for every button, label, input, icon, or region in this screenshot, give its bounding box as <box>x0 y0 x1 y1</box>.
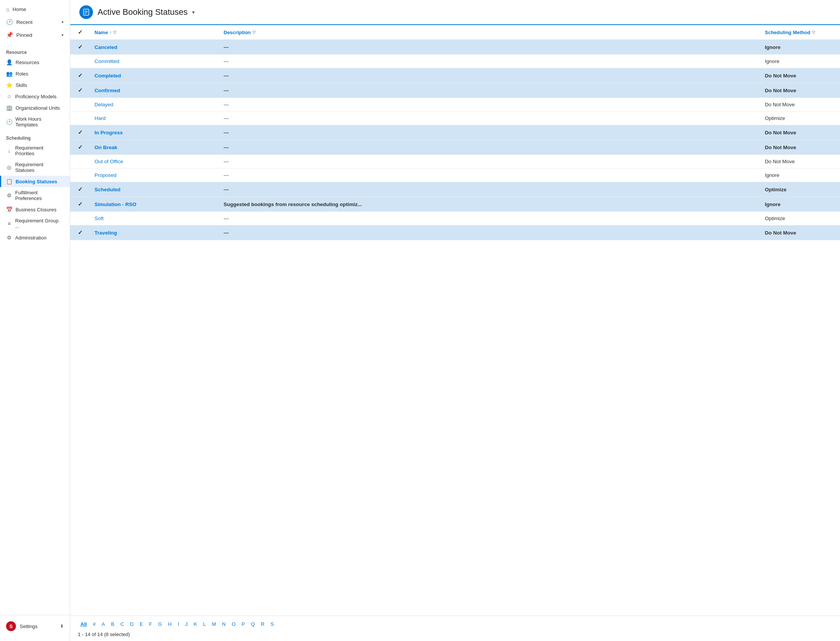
table-row[interactable]: ✓Canceled---Ignore <box>70 40 840 55</box>
alpha-item-h[interactable]: H <box>166 620 174 628</box>
row-check-cell[interactable]: ✓ <box>70 140 90 155</box>
settings-item[interactable]: S Settings ⬍ <box>0 618 70 634</box>
sidebar-item-requirement-group[interactable]: ≡ Requirement Group ... <box>0 215 70 232</box>
name-filter-icon[interactable]: ▽ <box>113 30 116 35</box>
table-row[interactable]: Proposed---Ignore <box>70 169 840 182</box>
row-name-cell[interactable]: On Break <box>90 140 219 155</box>
row-check-cell[interactable] <box>70 55 90 68</box>
row-name-link[interactable]: Out of Office <box>95 159 123 164</box>
alpha-item-p[interactable]: P <box>239 620 248 628</box>
row-name-cell[interactable]: Proposed <box>90 169 219 182</box>
alpha-item-b[interactable]: B <box>108 620 117 628</box>
alpha-item-k[interactable]: K <box>191 620 200 628</box>
alpha-item-d[interactable]: D <box>127 620 136 628</box>
table-row[interactable]: Hard---Optimize <box>70 111 840 125</box>
table-row[interactable]: ✓On Break---Do Not Move <box>70 140 840 155</box>
row-name-link[interactable]: Hard <box>95 115 105 121</box>
row-name-link[interactable]: Canceled <box>95 44 117 50</box>
sidebar-item-requirement-priorities[interactable]: ↓ Requirement Priorities <box>0 142 70 159</box>
row-check-cell[interactable]: ✓ <box>70 225 90 240</box>
sidebar-item-business-closures[interactable]: 📅 Business Closures <box>0 204 70 215</box>
alpha-item-c[interactable]: C <box>118 620 126 628</box>
row-name-link[interactable]: In Progress <box>95 130 123 135</box>
sidebar-item-work-hours-templates[interactable]: 🕐 Work Hours Templates <box>0 113 70 130</box>
table-row[interactable]: Delayed---Do Not Move <box>70 98 840 111</box>
select-all-checkbox[interactable]: ✓ <box>78 29 83 35</box>
alpha-item-o[interactable]: O <box>229 620 238 628</box>
table-row[interactable]: ✓Traveling---Do Not Move <box>70 225 840 240</box>
alpha-item-g[interactable]: G <box>156 620 165 628</box>
row-name-link[interactable]: On Break <box>95 145 117 150</box>
alpha-item-r[interactable]: R <box>258 620 267 628</box>
alpha-item-e[interactable]: E <box>137 620 146 628</box>
sidebar-item-skills[interactable]: ⭐ Skills <box>0 79 70 91</box>
table-row[interactable]: ✓Simulation - RSOSuggested bookings from… <box>70 197 840 212</box>
row-check-cell[interactable] <box>70 111 90 125</box>
description-filter-icon[interactable]: ▽ <box>252 30 255 35</box>
alpha-item-m[interactable]: M <box>209 620 219 628</box>
row-name-link[interactable]: Soft <box>95 216 104 221</box>
alpha-item-i[interactable]: I <box>175 620 182 628</box>
sidebar-item-booking-statuses[interactable]: 📋 Booking Statuses <box>0 176 70 187</box>
sidebar-item-recent[interactable]: 🕐 Recent ▾ <box>0 16 70 29</box>
th-description[interactable]: Description ▽ <box>219 25 760 40</box>
th-check[interactable]: ✓ <box>70 25 90 40</box>
row-name-cell[interactable]: Delayed <box>90 98 219 111</box>
row-name-cell[interactable]: Completed <box>90 68 219 83</box>
row-name-link[interactable]: Confirmed <box>95 88 120 93</box>
sidebar-item-fulfillment-preferences[interactable]: ⚙ Fulfillment Preferences <box>0 187 70 204</box>
sidebar-item-roles[interactable]: 👥 Roles <box>0 68 70 79</box>
table-row[interactable]: ✓In Progress---Do Not Move <box>70 125 840 140</box>
alpha-item-a[interactable]: A <box>99 620 108 628</box>
sidebar-item-proficiency-models[interactable]: ☆ Proficiency Models <box>0 91 70 102</box>
row-name-link[interactable]: Proposed <box>95 172 116 178</box>
row-name-cell[interactable]: In Progress <box>90 125 219 140</box>
alpha-item-#[interactable]: # <box>90 620 98 628</box>
row-check-cell[interactable]: ✓ <box>70 83 90 98</box>
th-name[interactable]: Name ↑ ▽ <box>90 25 219 40</box>
table-row[interactable]: Out of Office---Do Not Move <box>70 155 840 169</box>
alpha-item-s[interactable]: S <box>268 620 277 628</box>
row-check-cell[interactable]: ✓ <box>70 197 90 212</box>
row-name-cell[interactable]: Traveling <box>90 225 219 240</box>
th-scheduling-method[interactable]: Scheduling Method ▽ <box>760 25 840 40</box>
row-check-cell[interactable]: ✓ <box>70 68 90 83</box>
alpha-item-j[interactable]: J <box>182 620 190 628</box>
sidebar-item-resources[interactable]: 👤 Resources <box>0 56 70 68</box>
sidebar-item-home[interactable]: ⌂ Home <box>0 3 70 16</box>
sidebar-item-requirement-statuses[interactable]: ◎ Requirement Statuses <box>0 159 70 176</box>
sidebar-item-organizational-units[interactable]: 🏢 Organizational Units <box>0 102 70 113</box>
sort-asc-icon[interactable]: ↑ <box>109 30 111 35</box>
row-name-link[interactable]: Scheduled <box>95 187 120 192</box>
page-title-dropdown-icon[interactable]: ▾ <box>192 9 195 15</box>
alpha-item-q[interactable]: Q <box>248 620 257 628</box>
row-name-link[interactable]: Delayed <box>95 102 113 107</box>
row-name-cell[interactable]: Canceled <box>90 40 219 55</box>
table-row[interactable]: Committed---Ignore <box>70 55 840 68</box>
table-row[interactable]: ✓Confirmed---Do Not Move <box>70 83 840 98</box>
row-name-link[interactable]: Committed <box>95 58 119 64</box>
row-check-cell[interactable] <box>70 98 90 111</box>
alpha-item-all[interactable]: All <box>78 620 90 628</box>
row-name-cell[interactable]: Simulation - RSO <box>90 197 219 212</box>
row-check-cell[interactable] <box>70 169 90 182</box>
alpha-item-f[interactable]: F <box>147 620 155 628</box>
row-check-cell[interactable]: ✓ <box>70 125 90 140</box>
row-name-cell[interactable]: Committed <box>90 55 219 68</box>
row-name-cell[interactable]: Confirmed <box>90 83 219 98</box>
row-name-cell[interactable]: Hard <box>90 111 219 125</box>
row-check-cell[interactable]: ✓ <box>70 40 90 55</box>
row-name-cell[interactable]: Scheduled <box>90 182 219 197</box>
row-check-cell[interactable] <box>70 155 90 169</box>
alpha-item-n[interactable]: N <box>219 620 228 628</box>
row-name-link[interactable]: Simulation - RSO <box>95 201 136 207</box>
row-check-cell[interactable]: ✓ <box>70 182 90 197</box>
row-name-cell[interactable]: Soft <box>90 212 219 225</box>
sidebar-item-pinned[interactable]: 📌 Pinned ▾ <box>0 29 70 41</box>
row-check-cell[interactable] <box>70 212 90 225</box>
table-row[interactable]: ✓Completed---Do Not Move <box>70 68 840 83</box>
scheduling-method-filter-icon[interactable]: ▽ <box>812 30 815 35</box>
row-name-cell[interactable]: Out of Office <box>90 155 219 169</box>
table-row[interactable]: Soft---Optimize <box>70 212 840 225</box>
alpha-item-l[interactable]: L <box>200 620 208 628</box>
